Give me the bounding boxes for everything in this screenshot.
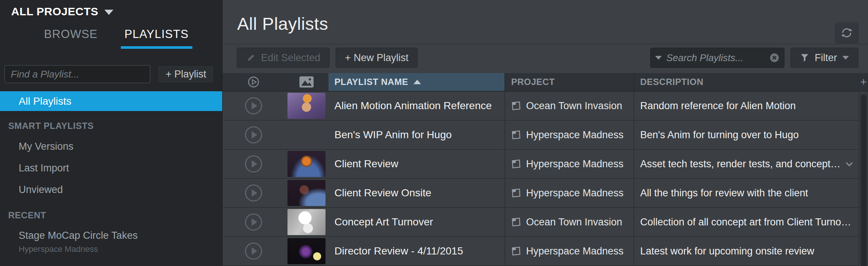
filter-caret-icon xyxy=(842,56,849,60)
description-cell[interactable]: Collection of all concept art from Clien… xyxy=(633,208,859,236)
playlist-thumbnail[interactable] xyxy=(287,180,326,206)
chevron-down-icon xyxy=(104,10,113,15)
playlist-name-cell[interactable]: Client Review xyxy=(328,150,504,178)
play-icon xyxy=(252,218,257,226)
playlist-thumbnail[interactable] xyxy=(287,238,326,264)
add-column-button[interactable]: + xyxy=(859,73,868,92)
vertical-scrollbar[interactable] xyxy=(859,92,868,266)
project-cell[interactable]: Ocean Town Invasion xyxy=(504,208,633,236)
playlist-thumbnail[interactable] xyxy=(287,209,326,235)
sidebar-item[interactable]: Unviewed xyxy=(0,179,222,200)
project-cell[interactable]: Hyperspace Madness xyxy=(504,121,633,149)
column-header-thumbnail[interactable] xyxy=(284,73,328,91)
sidebar-tabs: BROWSE PLAYLISTS xyxy=(40,28,222,49)
project-icon xyxy=(510,158,522,170)
thumbnail-cell xyxy=(284,179,328,207)
clear-search-icon[interactable] xyxy=(769,53,780,63)
project-name: Ocean Town Invasion xyxy=(526,100,622,112)
thumbnail-cell xyxy=(284,237,328,265)
thumbnail-cell xyxy=(284,92,328,120)
playlist-thumbnail[interactable] xyxy=(287,122,326,148)
playlist-name-cell[interactable]: Director Review - 4/11/2015 xyxy=(328,237,504,265)
recent-playlists-list: Stage MoCap Circle Takes Hyperspace Madn… xyxy=(0,225,222,259)
play-button[interactable] xyxy=(245,126,262,143)
search-playlists-input[interactable] xyxy=(666,52,765,64)
playlist-thumbnail[interactable] xyxy=(287,93,326,119)
project-icon xyxy=(510,246,522,257)
play-circle-icon xyxy=(247,76,260,88)
play-button[interactable] xyxy=(245,155,262,172)
sidebar: ALL PROJECTS BROWSE PLAYLISTS + Playlist… xyxy=(0,0,222,266)
description-cell[interactable]: All the things for review with the clien… xyxy=(633,179,859,207)
play-cell xyxy=(223,208,284,236)
table-row[interactable]: Ben's WIP Anim for Hugo Hyperspace Madne… xyxy=(223,121,859,150)
project-icon xyxy=(510,216,522,228)
playlist-name: Ben's WIP Anim for Hugo xyxy=(334,129,452,141)
project-cell[interactable]: Hyperspace Madness xyxy=(504,179,633,207)
refresh-button[interactable] xyxy=(835,22,858,43)
play-button[interactable] xyxy=(245,97,262,114)
thumbnail-cell xyxy=(284,121,328,149)
sidebar-item[interactable]: Stage MoCap Circle Takes Hyperspace Madn… xyxy=(0,225,222,259)
play-icon xyxy=(252,247,257,255)
description-cell[interactable]: Ben's Anim for turning over to Hugo xyxy=(633,121,859,149)
new-playlist-button[interactable]: + New Playlist xyxy=(336,48,418,68)
sidebar-item[interactable]: My Versions xyxy=(0,136,222,157)
edit-selected-label: Edit Selected xyxy=(261,52,320,64)
project-name: Hyperspace Madness xyxy=(526,129,623,141)
playlist-name-cell[interactable]: Alien Motion Animation Reference xyxy=(328,92,504,120)
sidebar-item-label: My Versions xyxy=(19,141,222,152)
table-row[interactable]: Client Review Hyperspace Madness Asset t… xyxy=(223,150,859,179)
column-header-description[interactable]: DESCRIPTION xyxy=(633,73,859,91)
column-header-project[interactable]: PROJECT xyxy=(504,73,633,91)
edit-selected-button[interactable]: Edit Selected xyxy=(237,48,330,68)
playlist-name: Client Review xyxy=(334,158,398,170)
smart-playlists-list: My Versions Last Import Unviewed xyxy=(0,136,222,200)
description-cell[interactable]: Random reference for Alien Motion xyxy=(633,92,859,120)
project-icon xyxy=(510,100,522,111)
column-header-play[interactable] xyxy=(223,73,284,91)
refresh-icon xyxy=(840,27,853,39)
toolbar: Edit Selected + New Playlist Filter xyxy=(223,44,868,72)
table-row[interactable]: Director Review - 4/11/2015 Hyperspace M… xyxy=(223,237,859,266)
filter-label: Filter xyxy=(815,52,837,64)
find-playlist-input[interactable] xyxy=(4,65,150,83)
play-button[interactable] xyxy=(245,243,262,260)
sidebar-item-label: Stage MoCap Circle Takes xyxy=(19,230,222,241)
add-playlist-button[interactable]: + Playlist xyxy=(158,65,214,83)
description-cell[interactable]: Asset tech tests, render tests, and conc… xyxy=(633,150,859,178)
project-selector-label: ALL PROJECTS xyxy=(11,5,98,18)
table-row[interactable]: Concept Art Turnover Ocean Town Invasion… xyxy=(223,208,859,237)
playlist-name: Director Review - 4/11/2015 xyxy=(334,245,463,257)
title-bar: All Playlists xyxy=(223,0,868,44)
tab-browse[interactable]: BROWSE xyxy=(40,28,101,49)
sidebar-item-all-playlists[interactable]: All Playlists xyxy=(0,91,222,111)
playlist-thumbnail[interactable] xyxy=(287,151,326,177)
playlist-name-cell[interactable]: Client Review Onsite xyxy=(328,179,504,207)
description-cell[interactable]: Latest work for upcoming onsite review xyxy=(633,237,859,265)
playlist-name-cell[interactable]: Ben's WIP Anim for Hugo xyxy=(328,121,504,149)
scrollbar-thumb[interactable] xyxy=(861,95,867,266)
search-options-caret-icon[interactable] xyxy=(655,56,662,60)
project-cell[interactable]: Hyperspace Madness xyxy=(504,237,633,265)
filter-button[interactable]: Filter xyxy=(790,48,858,68)
description-text: All the things for review with the clien… xyxy=(640,187,808,199)
table-header: PLAYLIST NAME PROJECT DESCRIPTION xyxy=(223,73,859,92)
play-button[interactable] xyxy=(245,213,262,231)
expand-description-chevron-icon[interactable] xyxy=(844,158,855,170)
sidebar-item[interactable]: Last Import xyxy=(0,157,222,179)
project-cell[interactable]: Ocean Town Invasion xyxy=(504,92,633,120)
column-header-playlist-name[interactable]: PLAYLIST NAME xyxy=(328,73,504,91)
table-row[interactable]: Client Review Onsite Hyperspace Madness … xyxy=(223,179,859,208)
table-row[interactable]: Alien Motion Animation Reference Ocean T… xyxy=(223,92,859,121)
sidebar-item-label: Last Import xyxy=(19,162,222,174)
tab-playlists[interactable]: PLAYLISTS xyxy=(121,28,192,49)
sort-ascending-icon xyxy=(413,80,421,84)
project-name: Hyperspace Madness xyxy=(526,246,623,257)
play-button[interactable] xyxy=(245,184,262,202)
play-icon xyxy=(252,160,257,168)
project-cell[interactable]: Hyperspace Madness xyxy=(504,150,633,178)
play-cell xyxy=(223,121,284,149)
project-selector-dropdown[interactable]: ALL PROJECTS xyxy=(0,0,222,18)
playlist-name-cell[interactable]: Concept Art Turnover xyxy=(328,208,504,236)
